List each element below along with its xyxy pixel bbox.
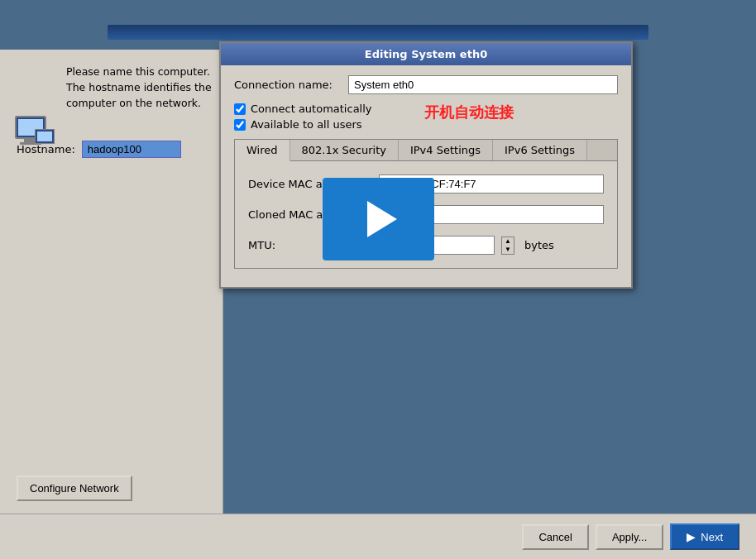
connect-auto-label: Connect automatically	[251, 103, 372, 115]
available-users-label: Available to all users	[251, 118, 362, 131]
tab-8021x-security[interactable]: 802.1x Security	[290, 140, 399, 160]
left-panel: Please name this computer. The hostname …	[0, 50, 223, 559]
mtu-down-button[interactable]: ▼	[502, 246, 514, 254]
configure-network-button[interactable]: Configure Network	[17, 475, 132, 501]
dialog-titlebar: Editing System eth0	[221, 43, 631, 65]
tab-wired[interactable]: Wired	[235, 140, 290, 161]
available-users-row: Available to all users	[234, 118, 618, 131]
play-icon	[367, 201, 397, 237]
description-text: Please name this computer. The hostname …	[66, 64, 214, 111]
hostname-row: Hostname:	[17, 141, 181, 158]
cancel-button[interactable]: Cancel	[522, 524, 588, 550]
mtu-up-button[interactable]: ▲	[502, 237, 514, 246]
bottom-bar: Cancel Apply... ▶ Next	[0, 514, 756, 559]
next-label: Next	[701, 531, 723, 543]
connect-auto-row: Connect automatically 开机自动连接	[234, 103, 618, 115]
tab-ipv6-settings[interactable]: IPv6 Settings	[493, 140, 587, 160]
tab-ipv4-settings[interactable]: IPv4 Settings	[399, 140, 493, 160]
apply-button[interactable]: Apply...	[596, 524, 663, 550]
hostname-input[interactable]	[82, 141, 181, 158]
tab-bar: Wired 802.1x Security IPv4 Settings IPv6…	[235, 140, 617, 161]
connection-name-row: Connection name:	[234, 75, 618, 94]
available-users-checkbox[interactable]	[234, 119, 246, 131]
mtu-spinner: ▲ ▼	[501, 236, 514, 255]
connection-name-input[interactable]	[348, 75, 618, 94]
top-decorative-bar	[108, 25, 648, 40]
hostname-label: Hostname:	[17, 143, 75, 155]
mtu-bytes-label: bytes	[524, 239, 554, 251]
connection-name-label: Connection name:	[234, 79, 342, 91]
next-icon: ▶	[687, 530, 696, 543]
video-play-overlay[interactable]	[323, 178, 434, 260]
next-button[interactable]: ▶ Next	[670, 523, 739, 550]
connect-auto-checkbox[interactable]	[234, 103, 246, 115]
